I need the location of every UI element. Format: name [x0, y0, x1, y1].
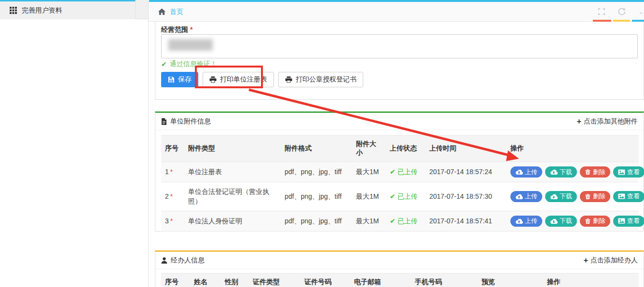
col-phone: 手机号码 — [411, 273, 478, 287]
cloud-upload-icon — [515, 193, 523, 200]
refresh-icon[interactable] — [617, 7, 626, 16]
upload-label: 上传 — [525, 192, 537, 201]
document-icon — [161, 118, 167, 125]
status-cell: ✔已上传 — [386, 182, 425, 211]
print-icon — [209, 76, 217, 83]
add-attachment-label: 点击添加其他附件 — [584, 117, 638, 126]
attachments-table-header-row: 序号 附件类型 附件格式 附件大小 上传状态 上传时间 操作 — [161, 136, 639, 162]
required-asterisk: * — [170, 217, 173, 225]
breadcrumb-home-link[interactable]: 首页 — [170, 8, 183, 16]
col-seq: 序号 — [161, 136, 184, 162]
cloud-upload-icon — [515, 218, 523, 224]
table-row: 1* 单位注册表 pdf、png、jpg、tiff 最大1M ✔已上传 2017… — [161, 162, 639, 182]
page-root: 完善用户资料 首页 ← — [0, 0, 644, 287]
print-seal-authorization-button[interactable]: 打印公章授权登记书 — [278, 72, 363, 87]
cloud-download-icon — [550, 193, 558, 200]
trash-icon — [585, 193, 591, 200]
attachments-panel-header: 单位附件信息 + 点击添加其他附件 — [155, 113, 644, 130]
delete-label: 删除 — [593, 217, 605, 225]
add-attachment-link[interactable]: + 点击添加其他附件 — [577, 117, 638, 126]
agents-table: 序号 姓名 性别 证件类型 证件号码 电子邮箱 手机号码 预览 操作 — [161, 273, 639, 287]
breadcrumb: 首页 — [158, 2, 183, 22]
image-icon — [618, 169, 625, 175]
size-cell: 最大1M — [352, 211, 386, 231]
sidebar-tabbar: 完善用户资料 — [0, 0, 148, 19]
actions-cell: 上传 下载 删除 查看 — [507, 182, 639, 211]
format-cell: pdf、png、jpg、tiff — [281, 211, 352, 231]
col-id-type: 证件类型 — [249, 273, 301, 287]
agents-panel-header: 经办人信息 + 点击添加经办人 — [155, 252, 644, 269]
col-time: 上传时间 — [425, 136, 507, 162]
required-asterisk: * — [190, 26, 192, 33]
seq-cell: 2* — [161, 182, 184, 211]
view-button[interactable]: 查看 — [613, 216, 644, 227]
status-cell: ✔已上传 — [386, 162, 425, 182]
format-cell: pdf、png、jpg、tiff — [281, 182, 352, 211]
upload-button[interactable]: 上传 — [510, 166, 542, 178]
actions-cell: 上传 下载 删除 查看 — [507, 211, 639, 231]
seq-value: 1 — [165, 168, 169, 176]
validation-text: 通过信息验证！ — [170, 60, 217, 68]
agents-panel-title-wrap: 经办人信息 — [161, 256, 205, 265]
sidebar-tab-user-profile[interactable]: 完善用户资料 — [0, 0, 136, 19]
validation-message: ✔ 通过信息验证！ — [161, 60, 638, 68]
attachments-panel-title-wrap: 单位附件信息 — [161, 117, 211, 126]
plus-icon: + — [584, 257, 588, 264]
print-seal-authorization-label: 打印公章授权登记书 — [296, 75, 356, 84]
time-cell: 2017-07-14 18:57:24 — [425, 162, 507, 182]
check-icon: ✔ — [390, 192, 396, 200]
time-cell: 2017-07-14 18:57:30 — [425, 182, 507, 211]
check-icon: ✔ — [390, 217, 396, 225]
status-cell: ✔已上传 — [386, 211, 425, 231]
form-buttons-row: 保存 打印单位注册表 — [161, 72, 638, 87]
time-cell: 2017-07-14 18:57:41 — [425, 211, 507, 231]
user-icon — [161, 257, 167, 264]
delete-button[interactable]: 删除 — [580, 191, 610, 202]
save-button[interactable]: 保存 — [161, 72, 198, 87]
col-preview: 预览 — [478, 273, 543, 287]
download-label: 下载 — [560, 168, 572, 177]
print-icon — [285, 76, 292, 83]
delete-label: 删除 — [593, 168, 605, 177]
print-unit-registration-button[interactable]: 打印单位注册表 — [203, 72, 274, 87]
trash-icon — [585, 169, 591, 175]
view-button[interactable]: 查看 — [613, 191, 644, 202]
delete-button[interactable]: 删除 — [580, 216, 610, 227]
view-label: 查看 — [627, 192, 640, 201]
required-asterisk: * — [170, 192, 173, 200]
delete-button[interactable]: 删除 — [580, 166, 610, 178]
download-label: 下载 — [560, 217, 572, 225]
download-button[interactable]: 下载 — [545, 191, 577, 202]
fullscreen-icon[interactable] — [597, 7, 606, 16]
agents-panel-title: 经办人信息 — [171, 256, 205, 265]
col-gender: 性别 — [221, 273, 249, 287]
upload-button[interactable]: 上传 — [510, 216, 542, 227]
sidebar-tab-label: 完善用户资料 — [22, 6, 62, 15]
col-id-number: 证件号码 — [301, 273, 350, 287]
plus-icon: + — [577, 118, 581, 125]
download-button[interactable]: 下载 — [545, 166, 577, 178]
cloud-upload-icon — [515, 169, 523, 175]
save-button-label: 保存 — [178, 75, 192, 84]
download-label: 下载 — [560, 192, 572, 201]
col-actions: 操作 — [543, 273, 639, 287]
col-email: 电子邮箱 — [350, 273, 411, 287]
actions-cell: 上传 下载 删除 查看 — [507, 162, 639, 182]
main-content: 经营范围* ✔ 通过信息验证！ — [149, 22, 644, 287]
col-format: 附件格式 — [281, 136, 352, 162]
upload-button[interactable]: 上传 — [510, 191, 542, 202]
download-button[interactable]: 下载 — [545, 216, 577, 227]
sidebar: 完善用户资料 — [0, 0, 149, 287]
redacted-text-blur — [168, 39, 213, 51]
status-text: 已上传 — [397, 192, 418, 200]
type-cell: 单位注册表 — [184, 162, 281, 182]
add-agent-link[interactable]: + 点击添加经办人 — [584, 256, 638, 265]
size-cell: 最大1M — [352, 182, 386, 211]
collapse-arrow-icon[interactable]: ← — [638, 7, 644, 16]
view-button[interactable]: 查看 — [613, 166, 644, 178]
attachments-panel-title: 单位附件信息 — [170, 117, 211, 126]
col-status: 上传状态 — [386, 136, 425, 162]
col-seq: 序号 — [161, 273, 190, 287]
business-scope-textarea[interactable] — [161, 34, 638, 58]
seq-cell: 3* — [161, 211, 184, 231]
